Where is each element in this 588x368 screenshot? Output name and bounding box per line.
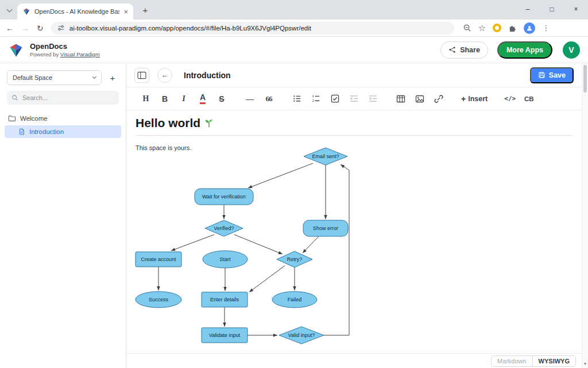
inline-code-button[interactable]: </> (504, 91, 516, 106)
bullet-list-button[interactable] (291, 91, 303, 106)
browser-profile-avatar[interactable] (524, 22, 535, 34)
svg-text:1: 1 (312, 94, 314, 98)
flowchart-node-label: Wait for verification (202, 194, 246, 200)
vertical-scrollbar[interactable]: ▾ (582, 63, 588, 368)
tree-item-label: Welcome (20, 115, 48, 122)
back-arrow-icon: ← (161, 71, 169, 79)
back-button[interactable]: ← (157, 68, 172, 83)
horizontal-rule-button[interactable]: — (244, 91, 256, 106)
seedling-emoji (204, 118, 214, 128)
wysiwyg-mode-button[interactable]: WYSIWYG (533, 356, 575, 366)
image-icon (415, 94, 424, 103)
insert-table-button[interactable] (395, 91, 407, 106)
user-avatar[interactable]: V (563, 41, 580, 59)
zoom-icon[interactable] (463, 24, 471, 32)
url-text: ai-toolbox.visual-paradigm.com/app/opend… (69, 25, 311, 32)
blockquote-button[interactable]: 66 (263, 91, 274, 106)
address-bar[interactable]: ai-toolbox.visual-paradigm.com/app/opend… (51, 22, 454, 34)
page-title: Introduction (184, 71, 231, 80)
link-icon (434, 94, 443, 103)
new-tab-button[interactable]: + (140, 4, 151, 16)
sidebar-item-welcome[interactable]: Welcome (0, 112, 126, 125)
app-body: Default Space + Welcome (0, 63, 588, 368)
scrollbar-thumb[interactable] (583, 65, 587, 93)
arrowhead-icon (324, 215, 327, 219)
share-button[interactable]: Share (440, 41, 488, 59)
flowchart-node-label: Start (219, 256, 231, 262)
tab-close-icon[interactable]: × (123, 8, 128, 16)
scrollbar-down-arrow[interactable]: ▾ (582, 361, 588, 366)
browser-reload-button[interactable]: ↻ (37, 24, 44, 32)
window-controls: – □ × (516, 0, 588, 18)
numbered-list-icon: 1 2 (312, 94, 320, 103)
checklist-button[interactable] (329, 91, 341, 106)
browser-tab-strip: OpenDocs - AI Knowledge Base × + – □ × (0, 0, 588, 20)
extensions-puzzle-icon[interactable] (508, 24, 517, 32)
flowchart-node-label: Create account (141, 256, 176, 262)
browser-back-button[interactable]: ← (6, 24, 14, 32)
sidebar-item-introduction[interactable]: Introduction (5, 125, 121, 138)
flowchart-node-label: Valid input? (288, 332, 315, 338)
editor-toolbar: H B I A S — 66 1 2 (126, 87, 582, 110)
outdent-button[interactable] (348, 91, 359, 106)
browser-navbar: ← → ↻ ai-toolbox.visual-paradigm.com/app… (0, 20, 588, 37)
insert-image-button[interactable] (414, 91, 425, 106)
editor-statusbar: Markdown WYSIWYG (126, 353, 582, 368)
plus-icon: + (461, 94, 466, 103)
search-input[interactable] (22, 94, 109, 101)
bold-button[interactable]: B (159, 91, 171, 106)
flowchart-edge-valid-input-to-email-sent[interactable] (324, 164, 349, 335)
insert-label: Insert (468, 95, 488, 103)
sidebar-collapse-icon (137, 71, 146, 79)
flowchart-edge-email-sent-to-wait-for-verification[interactable] (248, 163, 313, 188)
sidebar-search[interactable] (7, 91, 119, 105)
arrowhead-icon (249, 289, 253, 292)
more-apps-button[interactable]: More Apps (497, 41, 552, 59)
arrowhead-icon (293, 286, 296, 290)
code-block-button[interactable]: CB (523, 91, 535, 106)
add-space-button[interactable]: + (106, 71, 119, 84)
visual-paradigm-link[interactable]: Visual Paradigm (60, 51, 100, 57)
toggle-sidebar-button[interactable] (134, 68, 149, 83)
tab-search-button[interactable] (5, 6, 13, 14)
insert-link-button[interactable] (433, 91, 444, 106)
window-minimize-button[interactable]: – (516, 0, 540, 18)
flowchart-edge-retry-to-enter-details[interactable] (249, 266, 285, 292)
numbered-list-button[interactable]: 1 2 (310, 91, 322, 106)
markdown-mode-button[interactable]: Markdown (492, 356, 533, 366)
editor-mode-toggle: Markdown WYSIWYG (491, 355, 576, 367)
search-icon (11, 94, 18, 101)
insert-button[interactable]: + Insert (461, 91, 488, 106)
flowchart-edge-verified-to-create-account[interactable] (171, 235, 214, 251)
arrowhead-icon (157, 286, 160, 290)
extension-yellow-icon[interactable] (493, 24, 501, 32)
powered-by: Powered by Visual Paradigm (30, 51, 100, 57)
window-close-button[interactable]: × (564, 0, 588, 18)
chevron-down-icon (92, 75, 96, 79)
browser-forward-button[interactable]: → (21, 24, 29, 32)
browser-tab[interactable]: OpenDocs - AI Knowledge Base × (17, 3, 133, 20)
space-selector[interactable]: Default Space (7, 70, 102, 85)
arrowhead-icon (222, 215, 226, 219)
flowchart-edge-verified-to-retry[interactable] (234, 235, 283, 254)
bookmark-star-icon[interactable]: ☆ (478, 24, 486, 32)
flowchart-canvas[interactable]: Email sent?Wait for verificationVerified… (132, 147, 379, 353)
document-editor[interactable]: Hello world This space is yours. Email s… (126, 110, 582, 353)
save-floppy-icon (538, 71, 546, 79)
document-tree: Welcome Introduction (0, 112, 126, 138)
indent-button[interactable] (367, 91, 378, 106)
italic-button[interactable]: I (178, 91, 189, 106)
site-settings-icon[interactable] (57, 24, 65, 32)
window-maximize-button[interactable]: □ (540, 0, 564, 18)
arrowhead-icon (341, 164, 345, 168)
table-icon (396, 94, 405, 103)
tree-item-label: Introduction (29, 128, 64, 135)
browser-menu-icon[interactable]: ⋮ (542, 24, 550, 32)
favicon-visual-paradigm (22, 7, 30, 16)
save-button[interactable]: Save (530, 67, 574, 83)
main-panel: ← Introduction Save H B I A S — 66 (126, 63, 588, 368)
flowchart-node-label: Failed (288, 297, 302, 302)
heading-button[interactable]: H (140, 91, 152, 106)
text-color-button[interactable]: A (197, 91, 208, 106)
strikethrough-button[interactable]: S (216, 91, 227, 106)
